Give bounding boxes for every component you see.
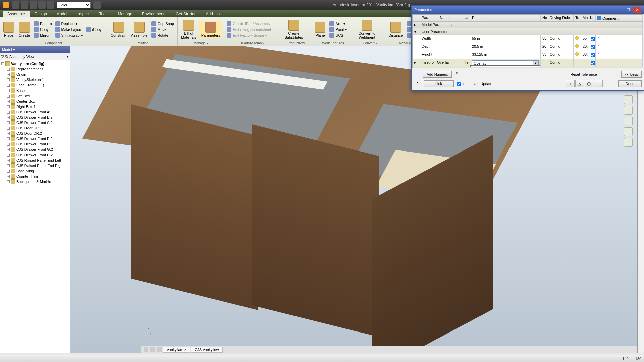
doctab-icon[interactable] (157, 347, 162, 352)
distance-button[interactable]: Distance (386, 21, 405, 38)
browser-tool-icon[interactable]: ⧉ (5, 54, 8, 59)
tree-node[interactable]: +Base (1, 88, 69, 93)
icopy-button[interactable]: iCopy (85, 27, 103, 32)
add-dropdown-icon[interactable]: ▾ (454, 71, 460, 78)
qat-color-dropdown[interactable]: Color (57, 2, 91, 8)
tree-root[interactable]: -Vanity.iam (Config) (1, 61, 69, 66)
combo-option-inset[interactable]: Inset (471, 66, 540, 67)
create-substitutes-button[interactable]: Create Substitutes (282, 19, 305, 40)
param-row-inset-overlay[interactable]: ▸ Inset_or_Overlay Te Overlay▼ Inset Ove… (413, 59, 643, 68)
col-model[interactable]: Mod (581, 15, 588, 21)
group-model-params[interactable]: ▸Model Parameters (413, 22, 643, 28)
make-layout-button[interactable]: Make Layout (54, 27, 84, 32)
less-button[interactable]: << Less (621, 71, 642, 78)
copy-button[interactable]: Copy (33, 27, 53, 32)
replace-button[interactable]: Replace ▾ (54, 21, 84, 26)
col-rule[interactable]: Driving Rule (548, 15, 574, 21)
assemble-button[interactable]: Assemble (129, 21, 149, 38)
nav-lookat-icon[interactable] (624, 138, 633, 147)
dropdown-arrow-icon[interactable]: ▾ (67, 54, 69, 59)
col-equation[interactable]: Equation (470, 15, 541, 21)
key-checkbox[interactable] (591, 61, 595, 65)
tree-node[interactable]: +Face Frame (~1) (1, 82, 69, 88)
comment-checkbox[interactable] (598, 53, 602, 57)
qat-new-icon[interactable] (12, 1, 19, 9)
col-unit[interactable]: Un (463, 15, 470, 21)
pattern-button[interactable]: Pattern (33, 21, 53, 26)
plane-button[interactable]: Plane (313, 21, 327, 38)
place-button[interactable]: Place (1, 21, 16, 38)
qat-redo-icon[interactable] (47, 1, 54, 9)
browser-tree[interactable]: -Vanity.iam (Config) +Representations+Or… (0, 60, 70, 353)
help-icon[interactable]: ? (414, 80, 421, 87)
tab-addins[interactable]: Add-Ins (201, 11, 224, 17)
create-ipart-button[interactable]: Create iPart/iAssembly (225, 21, 272, 26)
doctab-icon[interactable] (150, 347, 155, 352)
tol-plus-icon[interactable]: + (566, 80, 575, 87)
tree-node[interactable]: +Left Box (1, 93, 69, 99)
tab-getstarted[interactable]: Get Started (171, 11, 201, 17)
tol-circle-icon[interactable]: ◯ (585, 80, 593, 87)
doc-tab-drawing[interactable]: CJS Vanity.idw (191, 347, 222, 353)
constrain-button[interactable]: Constrain (109, 21, 128, 38)
col-name[interactable]: Parameter Name (420, 15, 463, 21)
ucs-button[interactable]: UCS (328, 33, 348, 38)
col-key[interactable]: Ke (588, 15, 596, 21)
done-button[interactable]: Done (618, 80, 642, 87)
rotate-button[interactable]: Rotate (150, 33, 175, 38)
nav-home-icon[interactable] (624, 95, 633, 104)
close-icon[interactable]: ✕ (633, 7, 641, 13)
filter-icon[interactable]: ▽ (1, 54, 4, 59)
tol-minus-icon[interactable]: − (594, 80, 603, 87)
comment-checkbox[interactable] (598, 45, 602, 49)
tree-node[interactable]: +Base Mldg (1, 168, 69, 174)
tree-node[interactable]: +CJS Raised Panel End Right (1, 163, 69, 168)
edit-factory-scope-button[interactable]: Edit Factory Scope ▾ (225, 33, 272, 38)
tree-node[interactable]: +CJS Drawer Front E:2 (1, 136, 69, 141)
tree-node[interactable]: +CJS Door DR:2 (1, 131, 69, 136)
qat-undo-icon[interactable] (38, 1, 46, 9)
add-numeric-button[interactable]: Add Numeric (423, 71, 452, 78)
nav-zoom-icon[interactable] (624, 127, 633, 136)
convert-weldment-button[interactable]: Convert to Weldment (356, 19, 377, 40)
tab-environments[interactable]: Environments (137, 11, 171, 17)
key-checkbox[interactable] (591, 53, 595, 57)
create-button[interactable]: Create (17, 21, 32, 38)
tree-node[interactable]: +Counter Trim (1, 174, 69, 179)
doc-tab-vanity[interactable]: Vanity.iam × (163, 347, 190, 353)
tree-node[interactable]: +Backsplash & Marble (1, 179, 69, 184)
tab-model[interactable]: Model (52, 11, 72, 17)
tree-node[interactable]: +CJS Door DL:2 (1, 125, 69, 131)
param-row[interactable]: Depthin20.5 in20Config20... (413, 43, 643, 51)
tree-node[interactable]: +CJS Drawer Front A:2 (1, 109, 69, 115)
tree-node[interactable]: +CJS Raised Panel End Left (1, 158, 69, 163)
comment-checkbox[interactable] (598, 37, 602, 41)
3d-viewport[interactable]: z x y Vanity.iam × CJS Vanity.idw (70, 46, 637, 353)
immediate-update-checkbox[interactable]: Immediate Update (457, 82, 492, 86)
col-nominal[interactable]: No (541, 15, 548, 21)
col-comment[interactable]: Comment (596, 15, 643, 21)
param-row[interactable]: Widthin55 in55Config55 (413, 35, 643, 43)
tree-node[interactable]: +Right Box:1 (1, 104, 69, 109)
tree-node[interactable]: +CJS Drawer Front H:2 (1, 152, 69, 158)
tab-design[interactable]: Design (30, 11, 52, 17)
parameters-button[interactable]: Parameters (199, 21, 223, 38)
link-button[interactable]: Link (424, 80, 454, 87)
shrinkwrap-button[interactable]: Shrinkwrap ▾ (54, 33, 84, 38)
tree-node[interactable]: +CJS Drawer Front C:2 (1, 120, 69, 125)
tab-assemble[interactable]: Assemble (3, 11, 30, 17)
axis-button[interactable]: Axis ▾ (328, 21, 348, 26)
tree-node[interactable]: +VanitySkeleton:1 (1, 77, 69, 82)
overlay-combo[interactable]: Overlay▼ Inset Overlay (470, 59, 541, 67)
dialog-titlebar[interactable]: Parameters — ☐ ✕ (412, 6, 644, 14)
tree-node[interactable]: +Representations (1, 66, 69, 72)
tree-node[interactable]: +CJS Drawer Front B:2 (1, 115, 69, 120)
doctab-icon[interactable] (144, 347, 148, 352)
filter-toggle-icon[interactable] (414, 71, 421, 78)
tree-node[interactable]: +Origin (1, 72, 69, 77)
app-icon[interactable] (3, 2, 9, 8)
qat-open-icon[interactable] (21, 1, 28, 9)
mirror-button[interactable]: Mirror (33, 33, 53, 38)
key-checkbox[interactable] (591, 45, 595, 49)
nav-pan-icon[interactable] (624, 117, 633, 125)
